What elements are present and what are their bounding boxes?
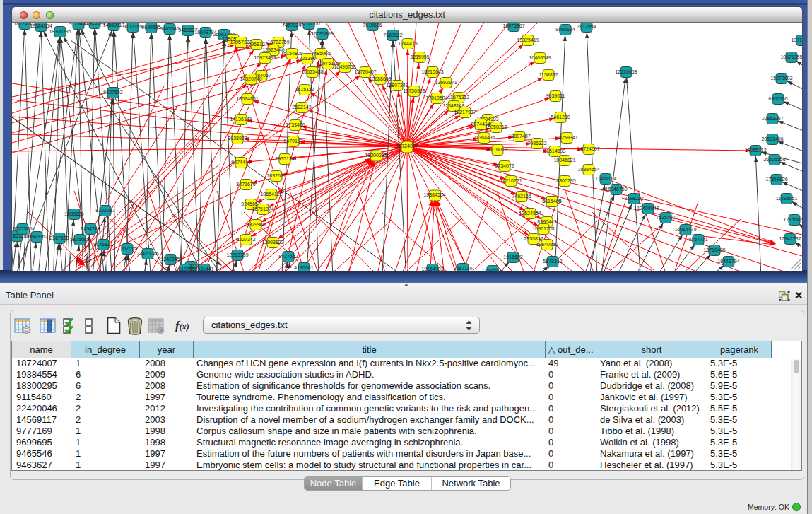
svg-text:11514693: 11514693: [544, 148, 566, 153]
svg-text:10719155: 10719155: [791, 37, 802, 42]
svg-text:16443794: 16443794: [717, 259, 739, 264]
svg-text:9777169: 9777169: [123, 24, 142, 29]
svg-text:15958212: 15958212: [485, 124, 507, 129]
svg-text:2522143: 2522143: [292, 105, 311, 110]
svg-text:9242845: 9242845: [160, 257, 180, 262]
svg-text:5461230: 5461230: [551, 115, 570, 119]
svg-text:3267110: 3267110: [454, 266, 473, 271]
svg-text:5875685: 5875685: [70, 237, 89, 242]
svg-text:21364436: 21364436: [473, 135, 495, 140]
svg-text:3498222: 3498222: [624, 196, 643, 201]
svg-text:19384554: 19384554: [577, 167, 599, 172]
svg-text:19975867: 19975867: [502, 23, 524, 28]
svg-text:1588520: 1588520: [64, 211, 83, 216]
svg-text:7625402: 7625402: [656, 215, 675, 220]
svg-text:6966160: 6966160: [768, 96, 787, 101]
svg-text:16782759: 16782759: [267, 40, 289, 45]
svg-text:18724007: 18724007: [396, 144, 418, 148]
svg-text:10671355: 10671355: [780, 54, 802, 59]
svg-text:1244415: 1244415: [398, 41, 417, 46]
svg-text:13692971: 13692971: [435, 80, 457, 85]
svg-text:12156829: 12156829: [783, 217, 802, 222]
svg-text:10688609: 10688609: [369, 76, 391, 81]
svg-text:9474444: 9474444: [231, 160, 250, 165]
svg-text:3215955: 3215955: [410, 54, 429, 59]
svg-text:11451194: 11451194: [595, 176, 616, 181]
svg-text:5878312: 5878312: [543, 259, 562, 264]
svg-text:15720407: 15720407: [354, 69, 376, 74]
svg-text:23420046: 23420046: [136, 251, 158, 256]
svg-text:9327502: 9327502: [103, 90, 122, 95]
svg-text:10958107: 10958107: [245, 42, 267, 47]
svg-text:16961758: 16961758: [532, 226, 554, 231]
svg-text:10543362: 10543362: [25, 234, 47, 239]
svg-text:12217987: 12217987: [454, 110, 476, 115]
svg-text:17010504: 17010504: [425, 95, 447, 100]
svg-text:19384554: 19384554: [423, 192, 445, 197]
svg-text:18300295: 18300295: [365, 153, 387, 158]
svg-text:14210721: 14210721: [500, 178, 522, 183]
svg-text:1158852: 1158852: [539, 72, 558, 77]
svg-text:9860124: 9860124: [555, 27, 575, 32]
svg-text:13535504: 13535504: [481, 268, 503, 271]
svg-text:8031441: 8031441: [194, 267, 213, 271]
svg-text:18724007: 18724007: [577, 146, 599, 151]
svg-text:1733426: 1733426: [286, 122, 305, 127]
svg-text:16409549: 16409549: [529, 55, 551, 60]
svg-text:10025438: 10025438: [301, 69, 323, 74]
svg-text:1610755: 1610755: [175, 267, 194, 271]
svg-text:16210643: 16210643: [421, 69, 443, 74]
svg-text:10973493: 10973493: [254, 55, 276, 60]
svg-text:4170061: 4170061: [294, 265, 313, 270]
svg-text:8322037: 8322037: [95, 208, 114, 213]
svg-text:12093822: 12093822: [261, 240, 283, 245]
svg-text:8454749: 8454749: [81, 226, 100, 231]
svg-text:9527505: 9527505: [13, 226, 32, 231]
svg-text:12226058: 12226058: [615, 69, 637, 74]
svg-text:9227342: 9227342: [236, 237, 255, 242]
svg-text:2367608: 2367608: [49, 235, 69, 240]
svg-text:1916682: 1916682: [503, 255, 522, 259]
svg-text:10807487: 10807487: [508, 134, 530, 139]
svg-text:10853267: 10853267: [761, 116, 783, 121]
svg-text:9146821: 9146821: [93, 242, 112, 247]
svg-text:10046821: 10046821: [553, 158, 575, 163]
svg-text:1615112: 1615112: [295, 87, 314, 92]
svg-text:14136141: 14136141: [230, 117, 252, 122]
svg-text:13524851: 13524851: [236, 96, 258, 101]
svg-text:16033809: 16033809: [311, 31, 333, 36]
svg-text:18300295: 18300295: [49, 29, 71, 34]
svg-text:14055712: 14055712: [744, 148, 766, 153]
svg-text:9734072: 9734072: [495, 163, 514, 168]
svg-text:8990443: 8990443: [537, 219, 556, 224]
svg-text:10654122: 10654122: [260, 192, 282, 197]
svg-text:6479197: 6479197: [283, 139, 302, 144]
svg-text:13524554: 13524554: [519, 211, 541, 216]
svg-text:9639011: 9639011: [546, 93, 565, 98]
svg-text:19218506: 19218506: [298, 23, 319, 26]
svg-text:19384554: 19384554: [30, 23, 52, 28]
svg-text:7955812: 7955812: [524, 236, 543, 241]
svg-text:6216012: 6216012: [488, 147, 507, 152]
svg-text:18640910: 18640910: [536, 242, 558, 247]
svg-text:16046750: 16046750: [605, 187, 627, 192]
svg-text:7632621: 7632621: [266, 173, 286, 178]
svg-text:9699695: 9699695: [141, 25, 160, 30]
svg-text:11675312: 11675312: [448, 95, 470, 100]
svg-text:7462166: 7462166: [512, 194, 531, 199]
svg-text:12942737: 12942737: [779, 236, 801, 241]
svg-text:9115460: 9115460: [543, 199, 562, 204]
svg-text:11435051: 11435051: [776, 196, 798, 201]
svg-text:2935134: 2935134: [275, 156, 294, 161]
svg-text:18300295: 18300295: [553, 178, 575, 183]
svg-text:7515526: 7515526: [363, 23, 382, 28]
svg-text:12213369: 12213369: [226, 252, 248, 257]
svg-text:7485063: 7485063: [311, 51, 330, 56]
svg-text:16495758: 16495758: [334, 64, 355, 69]
svg-text:18807249: 18807249: [386, 83, 408, 88]
svg-text:19654983: 19654983: [421, 267, 443, 271]
svg-text:16154808: 16154808: [281, 51, 302, 56]
svg-text:9465546: 9465546: [160, 26, 179, 31]
svg-text:8471676: 8471676: [236, 182, 255, 187]
svg-text:17359926: 17359926: [765, 177, 787, 182]
